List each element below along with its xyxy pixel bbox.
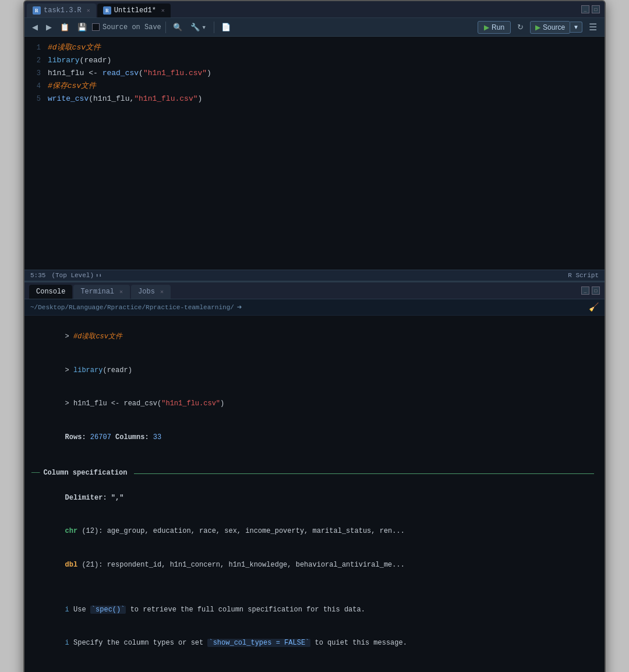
editor-tab-bar: R task1.3.R ✕ R Untitled1* ✕ _ □ bbox=[24, 1, 605, 18]
cursor-position: 5:35 bbox=[30, 272, 45, 279]
scope-dropdown-icon[interactable]: ⬆⬇ bbox=[96, 273, 102, 279]
line-num-1: 1 bbox=[24, 42, 48, 54]
refresh-button[interactable]: ↻ bbox=[514, 22, 526, 33]
source-on-save-checkbox[interactable] bbox=[92, 23, 100, 31]
col-spec-title: Column specification bbox=[43, 468, 127, 479]
col-spec-line-right bbox=[134, 473, 594, 474]
code-line-2: 2 library(readr) bbox=[24, 54, 605, 67]
refresh-icon: ↻ bbox=[517, 23, 524, 31]
tab-task1-3-r-close[interactable]: ✕ bbox=[87, 7, 90, 14]
history-button[interactable]: 📋 bbox=[57, 22, 72, 33]
toolbar-sep-2 bbox=[214, 22, 214, 33]
delimiter-output: Delimiter: "," bbox=[65, 494, 124, 502]
console-path: ~/Desktop/RLanguage/Rpractice/Rpractice-… bbox=[30, 304, 234, 311]
dbl-label: dbl bbox=[65, 561, 78, 569]
status-left: 5:35 (Top Level) ⬆⬇ bbox=[30, 272, 102, 279]
console-line-5 bbox=[31, 454, 598, 465]
line-content-2: library(readr) bbox=[48, 54, 111, 67]
save-button[interactable]: 💾 bbox=[75, 22, 90, 33]
search-icon: 🔍 bbox=[173, 23, 182, 31]
console-line-4: Rows: 26707 Columns: 33 bbox=[31, 421, 598, 455]
tab-console-label: Console bbox=[36, 288, 65, 296]
spec-fn: `spec()` bbox=[90, 606, 126, 614]
source-button[interactable]: ▶ Source bbox=[530, 21, 570, 34]
source-play-icon: ▶ bbox=[535, 23, 540, 31]
scope-level-text: (Top Level) bbox=[51, 272, 94, 279]
tab-terminal[interactable]: Terminal ✕ bbox=[73, 285, 130, 299]
editor-status-bar: 5:35 (Top Level) ⬆⬇ R Script bbox=[24, 270, 605, 281]
rows-cols-output: Rows: bbox=[65, 433, 90, 441]
tab-task1-3-r[interactable]: R task1.3.R ✕ bbox=[27, 3, 96, 17]
line-num-2: 2 bbox=[24, 55, 48, 66]
menu-icon: ☰ bbox=[589, 22, 597, 32]
r-file-icon: R bbox=[33, 6, 41, 15]
code-line-4: 4 #保存csv文件 bbox=[24, 80, 605, 93]
tab-jobs[interactable]: Jobs ✕ bbox=[131, 285, 171, 299]
console-line-11: i Specify the column types or set `show_… bbox=[31, 627, 598, 660]
info-text-2: Specify the column types or set bbox=[69, 639, 208, 647]
back-button[interactable]: ◀ bbox=[29, 22, 41, 33]
compile-button[interactable]: 📄 bbox=[218, 22, 234, 33]
library-rest: (readr) bbox=[103, 366, 132, 374]
chr-spec: (12): age_group, education, race, sex, i… bbox=[77, 527, 405, 535]
forward-button[interactable]: ▶ bbox=[43, 22, 55, 33]
history-icon: 📋 bbox=[60, 23, 69, 31]
console-line-2: > library(readr) bbox=[31, 354, 598, 388]
tab-untitled1[interactable]: R Untitled1* ✕ bbox=[97, 3, 171, 17]
line-num-4: 4 bbox=[24, 80, 48, 92]
forward-icon: ▶ bbox=[46, 23, 52, 31]
tab-jobs-close[interactable]: ✕ bbox=[160, 288, 164, 295]
maximize-console-button[interactable]: □ bbox=[592, 287, 600, 295]
source-dropdown-button[interactable]: ▼ bbox=[570, 22, 582, 33]
tab-terminal-close[interactable]: ✕ bbox=[119, 288, 123, 295]
editor-menu-button[interactable]: ☰ bbox=[586, 20, 600, 34]
tab-untitled1-label: Untitled1* bbox=[114, 6, 156, 15]
minimize-console-button[interactable]: _ bbox=[581, 287, 589, 295]
line-num-5: 5 bbox=[24, 93, 48, 105]
editor-window-controls: _ □ bbox=[579, 5, 602, 16]
info-text-1b: to retrieve the full column specificatio… bbox=[126, 606, 365, 614]
console-line-12: > #保存csv文件 bbox=[31, 660, 598, 672]
tab-jobs-label: Jobs bbox=[138, 288, 155, 296]
source-on-save-label[interactable]: Source on Save bbox=[92, 23, 161, 31]
code-line-3: 3 h1n1_flu <- read_csv("h1n1_flu.csv") bbox=[24, 67, 605, 80]
console-path-bar: ~/Desktop/RLanguage/Rpractice/Rpractice-… bbox=[24, 299, 605, 316]
tools-button[interactable]: 🔧 ▼ bbox=[188, 22, 210, 33]
run-label: Run bbox=[492, 23, 504, 31]
search-button[interactable]: 🔍 bbox=[170, 22, 185, 33]
cols-value: 33 bbox=[153, 433, 161, 441]
code-editor[interactable]: 1 #d读取csv文件 2 library(readr) 3 h1n1_flu … bbox=[24, 37, 605, 270]
code-line-5: 5 write_csv(h1n1_flu,"h1n1_flu.csv") bbox=[24, 93, 605, 105]
col-spec-header: ── Column specification bbox=[31, 468, 598, 479]
console-line-1: > #d读取csv文件 bbox=[31, 320, 598, 354]
line-content-4: #保存csv文件 bbox=[48, 80, 96, 93]
prompt-3: > bbox=[65, 399, 73, 408]
tools-dropdown-icon: ▼ bbox=[202, 24, 207, 30]
line-content-3: h1n1_flu <- read_csv("h1n1_flu.csv") bbox=[48, 67, 211, 80]
read-csv-cmd: h1n1_flu <- read_csv("h1n1_flu.csv") bbox=[73, 399, 224, 408]
minimize-editor-button[interactable]: _ bbox=[581, 5, 589, 13]
dbl-spec: (21): respondent_id, h1n1_concern, h1n1_… bbox=[77, 561, 405, 569]
line-num-3: 3 bbox=[24, 68, 48, 79]
source-on-save-text: Source on Save bbox=[103, 23, 161, 31]
console-window-controls: _ □ bbox=[581, 287, 600, 297]
editor-pane: R task1.3.R ✕ R Untitled1* ✕ _ □ ◀ ▶ bbox=[24, 1, 605, 281]
maximize-editor-button[interactable]: □ bbox=[592, 5, 600, 13]
show-col-fn: `show_col_types = FALSE` bbox=[207, 639, 310, 647]
console-line-3: > h1n1_flu <- read_csv("h1n1_flu.csv") bbox=[31, 387, 598, 421]
editor-toolbar: ◀ ▶ 📋 💾 Source on Save 🔍 🔧 ▼ bbox=[24, 18, 605, 37]
info-icon-1: i bbox=[65, 606, 69, 614]
console-output[interactable]: > #d读取csv文件 > library(readr) > h1n1_flu … bbox=[24, 316, 605, 672]
tab-untitled1-close[interactable]: ✕ bbox=[161, 7, 165, 14]
console-line-6: Delimiter: "," bbox=[31, 482, 598, 515]
run-play-icon: ▶ bbox=[484, 23, 489, 31]
clear-console-icon[interactable]: 🧹 bbox=[589, 302, 599, 312]
tab-console[interactable]: Console bbox=[29, 285, 72, 299]
run-button[interactable]: ▶ Run bbox=[478, 21, 511, 34]
tools-icon: 🔧 bbox=[190, 23, 200, 31]
path-arrow-icon[interactable]: ➜ bbox=[237, 302, 242, 312]
rstudio-window: R task1.3.R ✕ R Untitled1* ✕ _ □ ◀ ▶ bbox=[23, 0, 606, 672]
toolbar-sep-1 bbox=[165, 22, 166, 33]
console-line-9 bbox=[31, 582, 598, 593]
tab-task1-3-r-label: task1.3.R bbox=[44, 6, 82, 15]
